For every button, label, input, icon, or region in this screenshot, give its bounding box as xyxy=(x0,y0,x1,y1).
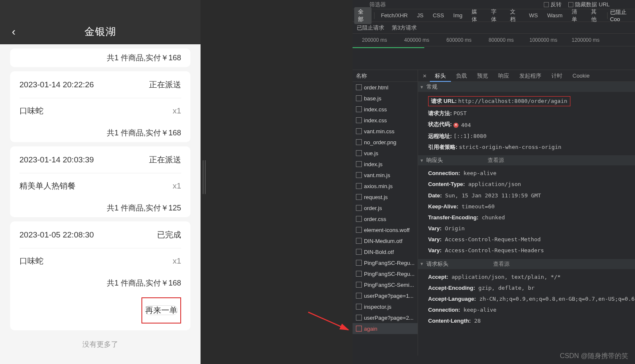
tab-headers[interactable]: 标头 xyxy=(430,70,451,82)
order-card: 共1 件商品,实付￥168 xyxy=(10,49,190,67)
request-row[interactable]: vue.js xyxy=(353,148,418,159)
request-row[interactable]: DIN-Medium.otf xyxy=(353,235,418,246)
view-source-link[interactable]: 查看源 xyxy=(493,260,510,268)
invert-checkbox[interactable]: 反转 xyxy=(544,1,562,8)
request-row[interactable]: order.html xyxy=(353,82,418,93)
header-value: zh-CN,zh;q=0.9,en;q=0.8,en-GB;q=0.7,en-U… xyxy=(476,296,635,302)
filter-font[interactable]: 字体 xyxy=(487,7,505,24)
thirdparty-checkbox[interactable]: 第3方请求 xyxy=(392,24,417,32)
page-title: 金银湖 xyxy=(0,25,201,38)
order-summary: 共1 件商品,实付￥168 xyxy=(19,49,181,67)
request-row[interactable]: PingFangSC-Semi... xyxy=(353,279,418,290)
header-value: Access-Control-Request-Method xyxy=(442,236,541,243)
tab-timing[interactable]: 计时 xyxy=(546,70,567,82)
request-row[interactable]: base.js xyxy=(353,93,418,104)
tab-preview[interactable]: 预览 xyxy=(472,70,493,82)
filter-all[interactable]: 全部 xyxy=(354,7,372,24)
header-value: Access-Control-Request-Headers xyxy=(442,247,544,253)
timeline-ruler[interactable]: 200000 ms 400000 ms 600000 ms 800000 ms … xyxy=(353,34,635,46)
back-icon[interactable]: ‹ xyxy=(12,25,16,38)
file-icon xyxy=(356,227,362,233)
file-icon xyxy=(356,95,362,101)
file-icon xyxy=(356,205,362,211)
file-icon xyxy=(356,216,362,222)
request-row[interactable]: PingFangSC-Regu... xyxy=(353,257,418,268)
request-name: userPage?page=2... xyxy=(364,315,413,321)
request-row[interactable]: inspector.js xyxy=(353,301,418,312)
request-name: order.js xyxy=(364,205,382,211)
header-value: application/json, text/plain, */* xyxy=(448,274,561,280)
request-row[interactable]: index.js xyxy=(353,159,418,170)
item-qty: x1 xyxy=(173,181,181,191)
header-value: chunked xyxy=(478,214,505,221)
header-value: timeout=60 xyxy=(459,203,495,210)
filter-fetch[interactable]: Fetch/XHR xyxy=(377,11,412,19)
splitter-handle[interactable] xyxy=(203,160,206,194)
item-name: 口味蛇 xyxy=(19,105,43,116)
filter-media[interactable]: 媒体 xyxy=(468,7,485,24)
request-name: base.js xyxy=(364,95,381,102)
header-value: Origin xyxy=(442,225,465,232)
request-row[interactable]: no_order.png xyxy=(353,137,418,148)
request-row[interactable]: request.js xyxy=(353,191,418,202)
request-row[interactable]: vant.min.css xyxy=(353,126,418,137)
section-general-body: 请求 URL: http://localhost:8080/order/agai… xyxy=(418,92,635,155)
request-name: request.js xyxy=(364,194,388,200)
filter-img[interactable]: Img xyxy=(450,11,467,19)
request-headers-body: Accept: application/json, text/plain, */… xyxy=(418,269,635,329)
request-row[interactable]: order.css xyxy=(353,213,418,224)
request-row[interactable]: userPage?page=2... xyxy=(353,312,418,323)
tab-initiator[interactable]: 发起程序 xyxy=(514,70,546,82)
request-name: index.js xyxy=(364,161,383,167)
header-value: application/json xyxy=(465,181,521,187)
order-summary: 共1 件商品,实付￥168 xyxy=(19,124,181,142)
tab-response[interactable]: 响应 xyxy=(493,70,514,82)
annotation-arrow xyxy=(306,308,353,333)
devtools-filter-row: 全部 Fetch/XHR JS CSS Img 媒体 字体 文档 WS Wasm… xyxy=(353,9,635,22)
file-icon xyxy=(356,84,362,90)
mobile-frame: ‹ 金银湖 共1 件商品,实付￥168 2023-01-14 20:22:26 … xyxy=(0,0,201,364)
file-icon xyxy=(356,117,362,123)
order-time: 2023-01-05 22:08:30 xyxy=(19,230,94,240)
filter-doc[interactable]: 文档 xyxy=(506,7,524,24)
request-row[interactable]: PingFangSC-Regu... xyxy=(353,268,418,279)
request-row[interactable]: axios.min.js xyxy=(353,181,418,191)
filter-wasm[interactable]: Wasm xyxy=(543,11,566,19)
waterfall-overview[interactable] xyxy=(353,46,635,70)
order-actions: 再来一单 xyxy=(19,292,181,330)
request-row[interactable]: element-icons.woff xyxy=(353,224,418,235)
blocked-cookies-checkbox[interactable]: 已阻止 Coo xyxy=(610,8,635,22)
request-row[interactable]: userPage?page=1... xyxy=(353,290,418,301)
item-qty: x1 xyxy=(173,256,181,266)
filter-manifest[interactable]: 清单 xyxy=(568,7,585,24)
order-card: 2023-01-14 20:03:39 正在派送 精美单人热销餐 x1 共1 件… xyxy=(10,146,190,217)
request-row[interactable]: order.js xyxy=(353,202,418,213)
reorder-button[interactable]: 再来一单 xyxy=(145,305,178,315)
blocked-req-checkbox[interactable]: 已阻止请求 xyxy=(357,24,384,32)
section-request-headers[interactable]: ▼请求标头查看源 xyxy=(418,259,635,269)
section-response-headers[interactable]: ▼响应头查看源 xyxy=(418,155,635,165)
remote-addr-value: [::1]:8080 xyxy=(453,133,486,139)
order-list[interactable]: 共1 件商品,实付￥168 2023-01-14 20:22:26 正在派送 口… xyxy=(0,44,201,364)
request-row[interactable]: again xyxy=(353,323,418,334)
request-name: PingFangSC-Regu... xyxy=(364,271,415,277)
close-icon[interactable]: × xyxy=(420,72,430,79)
filter-ws[interactable]: WS xyxy=(525,11,542,19)
tab-cookie[interactable]: Cookie xyxy=(567,70,594,82)
mobile-navbar: ‹ 金银湖 xyxy=(0,19,201,44)
request-row[interactable]: index.css xyxy=(353,115,418,126)
status-error-icon: ✕ xyxy=(453,123,459,128)
request-row[interactable]: index.css xyxy=(353,104,418,115)
filter-js[interactable]: JS xyxy=(413,11,427,19)
request-row[interactable]: vant.min.js xyxy=(353,170,418,181)
view-source-link[interactable]: 查看源 xyxy=(488,156,504,164)
filter-css[interactable]: CSS xyxy=(429,11,448,19)
request-row[interactable]: DIN-Bold.otf xyxy=(353,246,418,257)
section-general[interactable]: ▼常规 xyxy=(418,82,635,92)
filter-other[interactable]: 其他 xyxy=(587,7,605,24)
header-value: Sun, 15 Jan 2023 11:19:59 GMT xyxy=(442,192,541,199)
order-time: 2023-01-14 20:22:26 xyxy=(19,80,94,89)
file-icon xyxy=(356,249,362,255)
tab-payload[interactable]: 负载 xyxy=(451,70,472,82)
order-status: 正在派送 xyxy=(149,154,181,165)
